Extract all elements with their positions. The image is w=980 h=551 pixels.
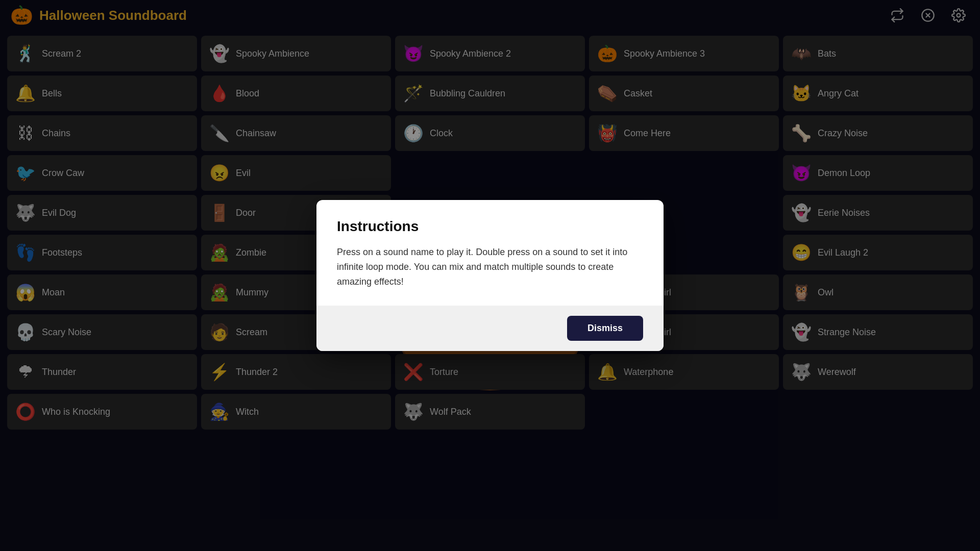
modal-footer: Dismiss — [316, 306, 664, 351]
modal-body: Instructions Press on a sound name to pl… — [316, 200, 664, 305]
modal-text: Press on a sound name to play it. Double… — [337, 245, 643, 289]
modal-overlay[interactable]: Instructions Press on a sound name to pl… — [0, 0, 980, 551]
dismiss-button[interactable]: Dismiss — [567, 316, 643, 341]
instructions-modal: Instructions Press on a sound name to pl… — [316, 200, 664, 350]
modal-title: Instructions — [337, 218, 643, 235]
